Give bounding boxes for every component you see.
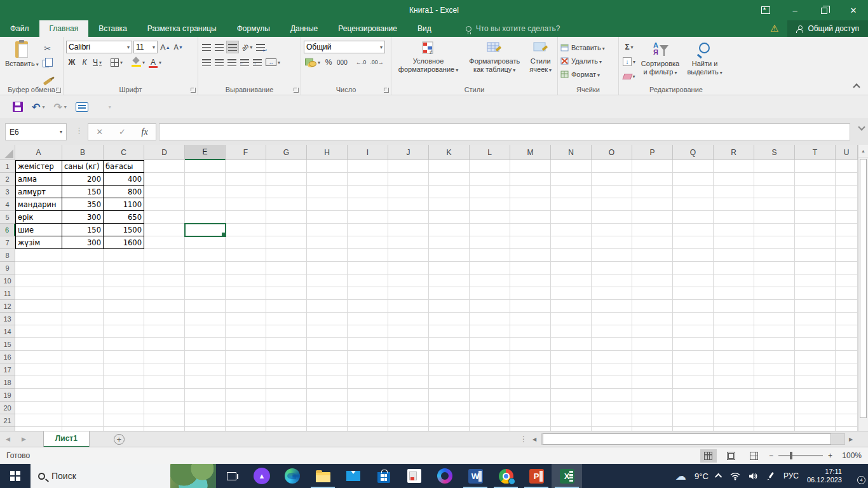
cell-I12[interactable]	[348, 300, 388, 313]
delete-cells-button[interactable]: Удалить	[571, 57, 602, 65]
number-format-combo[interactable]: Общий▾	[304, 41, 385, 53]
column-header-M[interactable]: M	[510, 145, 551, 160]
cell-T2[interactable]	[795, 173, 836, 186]
page-layout-view-button[interactable]	[723, 449, 740, 463]
cell-A20[interactable]	[15, 402, 62, 414]
cell-M8[interactable]	[510, 249, 551, 262]
cell-T4[interactable]	[795, 198, 836, 211]
cell-F20[interactable]	[226, 402, 266, 414]
cell-O11[interactable]	[592, 287, 632, 300]
cell-H18[interactable]	[307, 376, 348, 389]
cell-H2[interactable]	[307, 173, 348, 186]
cell-N8[interactable]	[551, 249, 592, 262]
cell-L11[interactable]	[470, 287, 510, 300]
cell-G8[interactable]	[266, 249, 307, 262]
cell-F15[interactable]	[226, 338, 266, 351]
tab-insert[interactable]: Вставка	[88, 20, 137, 37]
increase-font-button[interactable]: A▲	[159, 41, 172, 53]
cell-C12[interactable]	[104, 300, 144, 313]
fill-color-button[interactable]	[130, 56, 146, 69]
cell-J15[interactable]	[388, 338, 429, 351]
cell-S9[interactable]	[754, 262, 795, 274]
cell-D20[interactable]	[144, 402, 185, 414]
cell-D17[interactable]	[144, 363, 185, 376]
cell-M21[interactable]	[510, 414, 551, 427]
cell-P9[interactable]	[632, 262, 673, 274]
cell-L9[interactable]	[470, 262, 510, 274]
cell-B21[interactable]	[62, 414, 104, 427]
minimize-button[interactable]: –	[780, 0, 810, 20]
cell-U16[interactable]	[836, 351, 858, 363]
cell-F9[interactable]	[226, 262, 266, 274]
cell-R1[interactable]	[714, 160, 754, 173]
cell-F4[interactable]	[226, 198, 266, 211]
redo-button[interactable]: ↷▾	[53, 101, 66, 113]
cell-I9[interactable]	[348, 262, 388, 274]
cell-L12[interactable]	[470, 300, 510, 313]
cell-O1[interactable]	[592, 160, 632, 173]
cell-M15[interactable]	[510, 338, 551, 351]
column-header-P[interactable]: P	[632, 145, 673, 160]
cancel-button[interactable]: ✕	[96, 127, 103, 137]
cell-M1[interactable]	[510, 160, 551, 173]
cell-T14[interactable]	[795, 325, 836, 338]
row-header-10[interactable]: 10	[0, 274, 15, 287]
cell-T18[interactable]	[795, 376, 836, 389]
cell-A18[interactable]	[15, 376, 62, 389]
cell-U8[interactable]	[836, 249, 858, 262]
cell-M11[interactable]	[510, 287, 551, 300]
decrease-decimal-button[interactable]: .00→	[369, 56, 385, 69]
conditional-formatting-button[interactable]: ≠ Условное форматирование	[394, 39, 463, 76]
cell-U20[interactable]	[836, 402, 858, 414]
cell-K5[interactable]	[429, 211, 470, 224]
cell-J19[interactable]	[388, 389, 429, 402]
cell-O2[interactable]	[592, 173, 632, 186]
vertical-scrollbar[interactable]: ▲	[858, 145, 868, 431]
weather-cloud-icon[interactable]: ☁	[675, 470, 686, 483]
select-all-corner[interactable]	[0, 145, 15, 160]
edge-button[interactable]	[277, 464, 308, 488]
cell-S16[interactable]	[754, 351, 795, 363]
notification-center-button[interactable]: 4	[850, 470, 863, 482]
paste-button[interactable]: Вставить	[3, 39, 41, 85]
cell-R2[interactable]	[714, 173, 754, 186]
cell-Q12[interactable]	[673, 300, 714, 313]
cell-U1[interactable]	[836, 160, 858, 173]
cell-D11[interactable]	[144, 287, 185, 300]
cell-U14[interactable]	[836, 325, 858, 338]
cell-M4[interactable]	[510, 198, 551, 211]
cell-G3[interactable]	[266, 186, 307, 198]
cell-B3[interactable]: 150	[62, 186, 104, 198]
cell-L19[interactable]	[470, 389, 510, 402]
cell-J17[interactable]	[388, 363, 429, 376]
column-header-R[interactable]: R	[714, 145, 754, 160]
row-header-20[interactable]: 20	[0, 402, 15, 414]
column-header-E[interactable]: E	[185, 145, 226, 160]
cell-R17[interactable]	[714, 363, 754, 376]
cell-O14[interactable]	[592, 325, 632, 338]
cell-E20[interactable]	[185, 402, 226, 414]
cell-B9[interactable]	[62, 262, 104, 274]
cell-K13[interactable]	[429, 313, 470, 325]
cell-K14[interactable]	[429, 325, 470, 338]
font-dialog-launcher[interactable]	[191, 88, 196, 93]
restore-button[interactable]	[810, 0, 839, 20]
cell-P15[interactable]	[632, 338, 673, 351]
increase-indent-button[interactable]: →	[252, 56, 263, 69]
cell-F21[interactable]	[226, 414, 266, 427]
cell-T7[interactable]	[795, 236, 836, 249]
cell-P13[interactable]	[632, 313, 673, 325]
cell-S18[interactable]	[754, 376, 795, 389]
cell-N3[interactable]	[551, 186, 592, 198]
cell-J8[interactable]	[388, 249, 429, 262]
cell-R20[interactable]	[714, 402, 754, 414]
cell-I20[interactable]	[348, 402, 388, 414]
cell-I4[interactable]	[348, 198, 388, 211]
cell-U15[interactable]	[836, 338, 858, 351]
horizontal-scrollbar-thumb[interactable]	[543, 433, 831, 445]
italic-button[interactable]: К	[79, 56, 90, 69]
cell-L14[interactable]	[470, 325, 510, 338]
cell-D21[interactable]	[144, 414, 185, 427]
cell-O20[interactable]	[592, 402, 632, 414]
cell-Q6[interactable]	[673, 224, 714, 236]
